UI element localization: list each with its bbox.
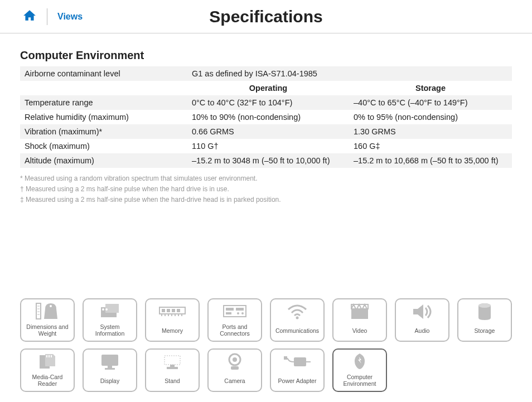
power-adapter-icon	[284, 350, 311, 374]
header: Views Specifications	[0, 0, 532, 33]
nav-label: Power Adapter	[278, 374, 317, 388]
nav-dimensions-weight[interactable]: Dimensions and Weight	[20, 298, 75, 342]
svg-rect-37	[108, 366, 112, 368]
row-storage: –40°C to 65°C (–40°F to 149°F)	[349, 95, 512, 110]
nav-label: Memory	[162, 324, 183, 337]
nav-label: Ports and Connectors	[220, 323, 250, 337]
row-storage: 160 G‡	[349, 139, 512, 153]
nav-camera[interactable]: Camera	[207, 348, 262, 392]
nav-computer-environment[interactable]: Computer Environment	[332, 348, 387, 392]
nav-power-adapter[interactable]: Power Adapter	[270, 348, 325, 392]
sd-card-icon	[37, 350, 57, 374]
nav-ports-connectors[interactable]: Ports and Connectors	[207, 298, 262, 342]
svg-rect-13	[172, 309, 175, 312]
nav-row-1: Dimensions and Weight System Information…	[20, 298, 512, 342]
table-header-row: Operating Storage	[20, 81, 512, 95]
nav-media-card-reader[interactable]: Media-Card Reader	[20, 348, 75, 392]
nav-display[interactable]: Display	[83, 348, 137, 392]
empty-cell	[20, 81, 187, 95]
nav-audio[interactable]: Audio	[395, 298, 449, 342]
svg-rect-22	[224, 306, 246, 317]
svg-rect-38	[105, 368, 115, 370]
row-storage: 0% to 95% (non-condensing)	[349, 110, 512, 124]
storage-icon	[477, 299, 492, 324]
svg-point-8	[102, 308, 104, 311]
table-row: Relative humidity (maximum) 10% to 90% (…	[20, 110, 512, 124]
svg-rect-47	[284, 356, 287, 360]
table-row: Temperature range 0°C to 40°C (32°F to 1…	[20, 95, 512, 110]
svg-rect-45	[294, 357, 306, 366]
svg-rect-23	[226, 308, 234, 311]
svg-point-9	[105, 308, 108, 311]
row-label: Altitude (maximum)	[20, 153, 187, 168]
views-link[interactable]: Views	[57, 12, 83, 22]
leaf-icon	[352, 350, 367, 374]
nav-stand[interactable]: Stand	[145, 348, 200, 392]
svg-rect-35	[51, 355, 52, 357]
table-row: Shock (maximum) 110 G† 160 G‡	[20, 139, 512, 153]
nav-label: Storage	[475, 324, 495, 337]
svg-rect-7	[105, 304, 119, 313]
bottom-nav: Dimensions and Weight System Information…	[20, 292, 512, 392]
nav-label: System Information	[95, 323, 125, 337]
row-operating: –15.2 m to 3048 m (–50 ft to 10,000 ft)	[187, 153, 349, 168]
svg-rect-34	[49, 355, 50, 357]
svg-point-27	[241, 312, 244, 314]
nav-memory[interactable]: Memory	[145, 298, 200, 342]
content-area: Computer Environment Airborne contaminan…	[0, 33, 532, 206]
svg-point-28	[296, 317, 299, 319]
nav-label: Communications	[275, 324, 319, 337]
nav-label: Camera	[224, 374, 245, 388]
table-row: Airborne contaminant level G1 as defined…	[20, 66, 512, 81]
video-icon	[349, 299, 370, 324]
svg-point-43	[233, 357, 237, 362]
home-icon[interactable]	[22, 8, 37, 25]
svg-point-26	[237, 312, 239, 314]
camera-icon	[226, 350, 243, 374]
audio-icon	[412, 299, 432, 324]
table-row: Altitude (maximum) –15.2 m to 3048 m (–5…	[20, 153, 512, 168]
nav-label: Dimensions and Weight	[26, 323, 68, 337]
table-row: Vibration (maximum)* 0.66 GRMS 1.30 GRMS	[20, 124, 512, 139]
nav-storage[interactable]: Storage	[457, 298, 512, 342]
column-header-operating: Operating	[187, 81, 349, 95]
svg-rect-25	[226, 312, 231, 314]
row-label: Shock (maximum)	[20, 139, 187, 153]
row-label: Vibration (maximum)*	[20, 124, 187, 139]
display-icon	[99, 350, 120, 374]
row-storage: –15.2 m to 10,668 m (–50 ft to 35,000 ft…	[349, 153, 512, 168]
nav-system-information[interactable]: System Information	[83, 298, 137, 342]
svg-rect-41	[167, 367, 178, 369]
svg-rect-11	[162, 309, 165, 312]
row-label: Relative humidity (maximum)	[20, 110, 187, 124]
svg-rect-14	[177, 309, 180, 312]
nav-label: Audio	[415, 324, 430, 337]
nav-video[interactable]: Video	[332, 298, 387, 342]
nav-label: Media-Card Reader	[32, 374, 63, 388]
svg-point-32	[478, 303, 491, 308]
footnotes: * Measured using a random vibration spec…	[20, 173, 512, 206]
svg-rect-0	[36, 303, 41, 319]
wifi-icon	[287, 299, 307, 324]
footnote: † Measured using a 2 ms half-sine pulse …	[20, 184, 512, 195]
nav-label: Display	[100, 374, 119, 388]
row-label: Airborne contaminant level	[20, 66, 187, 81]
row-label: Temperature range	[20, 95, 187, 110]
nav-communications[interactable]: Communications	[270, 298, 325, 342]
spec-table: Airborne contaminant level G1 as defined…	[20, 66, 512, 168]
nav-label: Computer Environment	[344, 374, 376, 388]
svg-rect-44	[231, 366, 239, 370]
svg-rect-24	[236, 308, 244, 311]
svg-rect-12	[167, 309, 170, 312]
row-operating: 0°C to 40°C (32°F to 104°F)	[187, 95, 349, 110]
ports-icon	[223, 299, 247, 323]
nav-row-2: Media-Card Reader Display Stand Camera P…	[20, 348, 512, 392]
svg-point-5	[50, 305, 52, 307]
row-operating: 110 G†	[187, 139, 349, 153]
svg-rect-40	[170, 365, 175, 367]
svg-rect-33	[46, 355, 47, 357]
row-operating: 0.66 GRMS	[187, 124, 349, 139]
svg-rect-39	[165, 356, 180, 365]
svg-rect-29	[351, 309, 368, 319]
row-merged-value: G1 as defined by ISA-S71.04-1985	[187, 66, 512, 81]
